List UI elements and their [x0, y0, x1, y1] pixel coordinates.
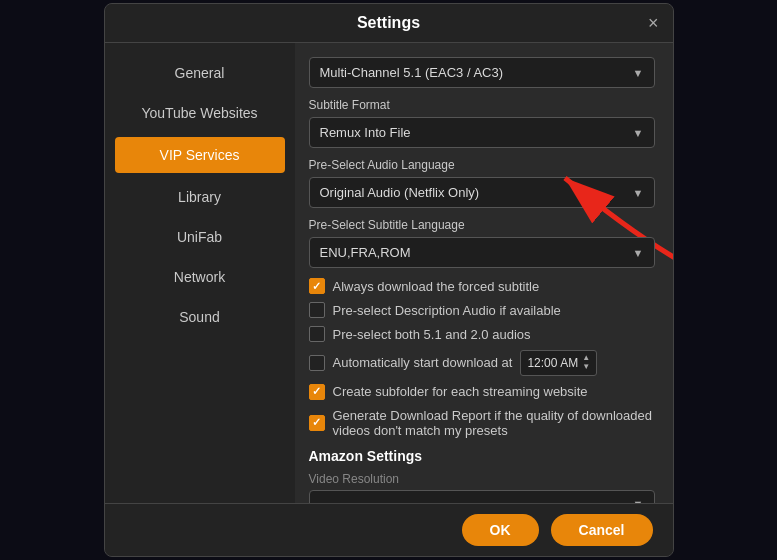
video-resolution-dropdown[interactable]: ▼: [309, 490, 655, 503]
sidebar-item-network[interactable]: Network: [105, 257, 295, 297]
sidebar-item-library[interactable]: Library: [105, 177, 295, 217]
checkbox-description-audio: Pre-select Description Audio if availabl…: [309, 302, 655, 318]
checkbox-download-report: Generate Download Report if the quality …: [309, 408, 655, 438]
sidebar-item-vip[interactable]: VIP Services: [115, 137, 285, 173]
subtitle-format-row: Subtitle Format Remux Into File ▼: [309, 98, 655, 148]
checkbox-forced-subtitle-label: Always download the forced subtitle: [333, 279, 540, 294]
cancel-button[interactable]: Cancel: [551, 514, 653, 546]
chevron-down-icon: ▼: [633, 67, 644, 79]
subtitle-language-row: Pre-Select Subtitle Language ENU,FRA,ROM…: [309, 218, 655, 268]
ok-button[interactable]: OK: [462, 514, 539, 546]
subtitle-format-dropdown[interactable]: Remux Into File ▼: [309, 117, 655, 148]
dialog-title: Settings: [357, 14, 420, 32]
sidebar-item-youtube[interactable]: YouTube Websites: [105, 93, 295, 133]
sidebar: General YouTube Websites VIP Services Li…: [105, 43, 295, 503]
amazon-section-title: Amazon Settings: [309, 448, 655, 464]
chevron-down-icon: ▼: [633, 498, 644, 503]
subtitle-language-label: Pre-Select Subtitle Language: [309, 218, 655, 232]
audio-format-dropdown[interactable]: Multi-Channel 5.1 (EAC3 / AC3) ▼: [309, 57, 655, 88]
checkbox-description-audio-label: Pre-select Description Audio if availabl…: [333, 303, 561, 318]
sidebar-item-sound[interactable]: Sound: [105, 297, 295, 337]
chevron-down-icon: ▼: [633, 187, 644, 199]
checkbox-auto-start: Automatically start download at 12:00 AM…: [309, 350, 655, 376]
checkbox-download-report-input[interactable]: [309, 415, 325, 431]
settings-dialog: Settings × General YouTube Websites VIP …: [104, 3, 674, 557]
audio-format-value: Multi-Channel 5.1 (EAC3 / AC3): [320, 65, 504, 80]
audio-language-label: Pre-Select Audio Language: [309, 158, 655, 172]
subtitle-language-value: ENU,FRA,ROM: [320, 245, 411, 260]
checkbox-download-report-label: Generate Download Report if the quality …: [333, 408, 655, 438]
checkbox-subfolder: Create subfolder for each streaming webs…: [309, 384, 655, 400]
dialog-body: General YouTube Websites VIP Services Li…: [105, 43, 673, 503]
checkbox-subfolder-input[interactable]: [309, 384, 325, 400]
time-value: 12:00 AM: [527, 356, 578, 370]
title-bar: Settings ×: [105, 4, 673, 43]
close-button[interactable]: ×: [648, 14, 659, 32]
checkbox-both-channels-input[interactable]: [309, 326, 325, 342]
checkbox-forced-subtitle: Always download the forced subtitle: [309, 278, 655, 294]
dialog-footer: OK Cancel: [105, 503, 673, 556]
audio-format-row: Multi-Channel 5.1 (EAC3 / AC3) ▼: [309, 57, 655, 88]
audio-language-dropdown[interactable]: Original Audio (Netflix Only) ▼: [309, 177, 655, 208]
content-area: Multi-Channel 5.1 (EAC3 / AC3) ▼ Subtitl…: [295, 43, 673, 503]
checkbox-forced-subtitle-input[interactable]: [309, 278, 325, 294]
sidebar-item-general[interactable]: General: [105, 53, 295, 93]
subtitle-language-dropdown[interactable]: ENU,FRA,ROM ▼: [309, 237, 655, 268]
time-down-button[interactable]: ▼: [582, 363, 590, 372]
time-spinners: ▲ ▼: [582, 354, 590, 372]
dialog-overlay: Settings × General YouTube Websites VIP …: [0, 0, 777, 560]
checkbox-subfolder-label: Create subfolder for each streaming webs…: [333, 384, 588, 399]
chevron-down-icon: ▼: [633, 247, 644, 259]
subtitle-format-label: Subtitle Format: [309, 98, 655, 112]
chevron-down-icon: ▼: [633, 127, 644, 139]
checkboxes-section: Always download the forced subtitle Pre-…: [309, 278, 655, 438]
time-input[interactable]: 12:00 AM ▲ ▼: [520, 350, 597, 376]
video-resolution-label: Video Resolution: [309, 472, 655, 486]
subtitle-format-value: Remux Into File: [320, 125, 411, 140]
audio-language-value: Original Audio (Netflix Only): [320, 185, 480, 200]
checkbox-both-channels-label: Pre-select both 5.1 and 2.0 audios: [333, 327, 531, 342]
checkbox-description-audio-input[interactable]: [309, 302, 325, 318]
checkbox-both-channels: Pre-select both 5.1 and 2.0 audios: [309, 326, 655, 342]
audio-language-row: Pre-Select Audio Language Original Audio…: [309, 158, 655, 208]
checkbox-auto-start-label: Automatically start download at: [333, 355, 513, 370]
sidebar-item-unifab[interactable]: UniFab: [105, 217, 295, 257]
checkbox-auto-start-input[interactable]: [309, 355, 325, 371]
